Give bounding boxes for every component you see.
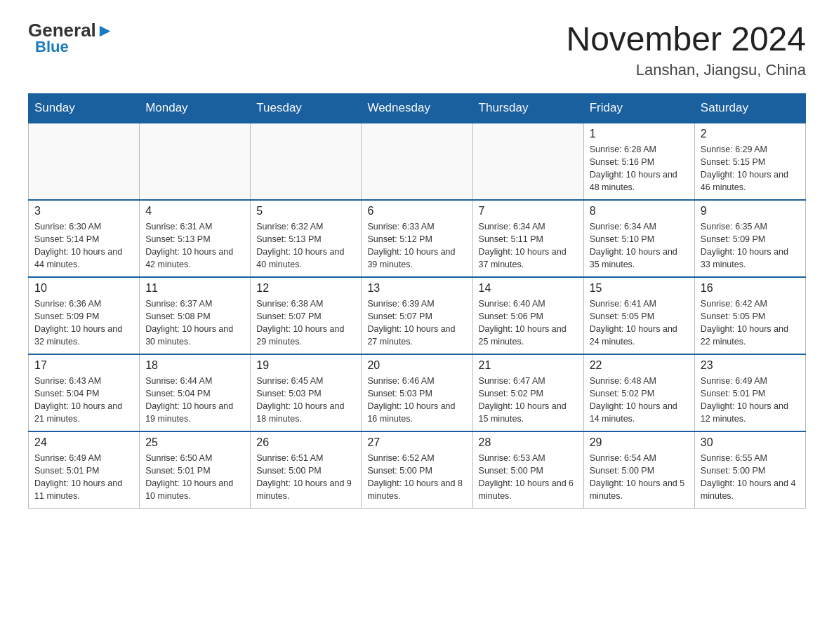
day-number: 14 xyxy=(479,282,578,295)
weekday-header-monday: Monday xyxy=(140,93,251,123)
day-info: Sunrise: 6:46 AM Sunset: 5:03 PM Dayligh… xyxy=(367,375,466,426)
calendar-cell: 28Sunrise: 6:53 AM Sunset: 5:00 PM Dayli… xyxy=(472,431,583,509)
day-number: 26 xyxy=(256,436,355,449)
day-number: 30 xyxy=(701,436,800,449)
day-number: 16 xyxy=(701,282,800,295)
day-number: 1 xyxy=(590,128,689,140)
calendar-cell: 7Sunrise: 6:34 AM Sunset: 5:11 PM Daylig… xyxy=(472,200,583,277)
day-number: 12 xyxy=(256,282,355,295)
day-number: 2 xyxy=(701,128,800,140)
calendar-cell: 26Sunrise: 6:51 AM Sunset: 5:00 PM Dayli… xyxy=(251,431,362,509)
calendar-cell: 12Sunrise: 6:38 AM Sunset: 5:07 PM Dayli… xyxy=(251,277,362,354)
day-number: 25 xyxy=(145,436,244,449)
calendar-cell: 10Sunrise: 6:36 AM Sunset: 5:09 PM Dayli… xyxy=(29,277,140,354)
day-number: 18 xyxy=(145,359,244,372)
calendar-cell xyxy=(362,123,472,200)
logo-general-text: General► xyxy=(28,21,114,39)
logo-blue-text: Blue xyxy=(35,39,69,55)
day-info: Sunrise: 6:35 AM Sunset: 5:09 PM Dayligh… xyxy=(701,220,800,271)
day-info: Sunrise: 6:48 AM Sunset: 5:02 PM Dayligh… xyxy=(590,375,689,426)
calendar-cell: 18Sunrise: 6:44 AM Sunset: 5:04 PM Dayli… xyxy=(140,354,251,431)
calendar-cell: 11Sunrise: 6:37 AM Sunset: 5:08 PM Dayli… xyxy=(140,277,251,354)
day-number: 27 xyxy=(367,436,466,449)
calendar-cell: 2Sunrise: 6:29 AM Sunset: 5:15 PM Daylig… xyxy=(694,123,805,200)
day-info: Sunrise: 6:49 AM Sunset: 5:01 PM Dayligh… xyxy=(34,452,133,503)
weekday-header-row: SundayMondayTuesdayWednesdayThursdayFrid… xyxy=(29,93,806,123)
calendar-cell: 19Sunrise: 6:45 AM Sunset: 5:03 PM Dayli… xyxy=(251,354,362,431)
title-block: November 2024 Lanshan, Jiangsu, China xyxy=(566,21,806,79)
calendar-cell: 5Sunrise: 6:32 AM Sunset: 5:13 PM Daylig… xyxy=(251,200,362,277)
day-info: Sunrise: 6:54 AM Sunset: 5:00 PM Dayligh… xyxy=(590,452,689,503)
calendar-cell xyxy=(472,123,583,200)
day-info: Sunrise: 6:52 AM Sunset: 5:00 PM Dayligh… xyxy=(367,452,466,503)
calendar-cell: 29Sunrise: 6:54 AM Sunset: 5:00 PM Dayli… xyxy=(583,431,694,509)
day-number: 7 xyxy=(479,205,578,217)
calendar-cell: 25Sunrise: 6:50 AM Sunset: 5:01 PM Dayli… xyxy=(140,431,251,509)
day-number: 11 xyxy=(145,282,244,295)
calendar-cell: 15Sunrise: 6:41 AM Sunset: 5:05 PM Dayli… xyxy=(583,277,694,354)
calendar-cell: 23Sunrise: 6:49 AM Sunset: 5:01 PM Dayli… xyxy=(694,354,805,431)
day-info: Sunrise: 6:53 AM Sunset: 5:00 PM Dayligh… xyxy=(479,452,578,503)
calendar-cell: 24Sunrise: 6:49 AM Sunset: 5:01 PM Dayli… xyxy=(29,431,140,509)
calendar-cell: 1Sunrise: 6:28 AM Sunset: 5:16 PM Daylig… xyxy=(583,123,694,200)
calendar-cell: 13Sunrise: 6:39 AM Sunset: 5:07 PM Dayli… xyxy=(362,277,472,354)
day-number: 21 xyxy=(479,359,578,372)
week-row-3: 10Sunrise: 6:36 AM Sunset: 5:09 PM Dayli… xyxy=(29,277,806,354)
day-info: Sunrise: 6:51 AM Sunset: 5:00 PM Dayligh… xyxy=(256,452,355,503)
logo: General► Blue xyxy=(28,21,114,55)
day-info: Sunrise: 6:43 AM Sunset: 5:04 PM Dayligh… xyxy=(34,375,133,426)
calendar-cell: 9Sunrise: 6:35 AM Sunset: 5:09 PM Daylig… xyxy=(694,200,805,277)
week-row-4: 17Sunrise: 6:43 AM Sunset: 5:04 PM Dayli… xyxy=(29,354,806,431)
day-number: 10 xyxy=(34,282,133,295)
day-number: 9 xyxy=(701,205,800,217)
calendar-cell: 4Sunrise: 6:31 AM Sunset: 5:13 PM Daylig… xyxy=(140,200,251,277)
calendar-cell xyxy=(140,123,251,200)
day-info: Sunrise: 6:55 AM Sunset: 5:00 PM Dayligh… xyxy=(701,452,800,503)
day-number: 20 xyxy=(367,359,466,372)
day-info: Sunrise: 6:40 AM Sunset: 5:06 PM Dayligh… xyxy=(479,297,578,349)
calendar-cell: 14Sunrise: 6:40 AM Sunset: 5:06 PM Dayli… xyxy=(472,277,583,354)
calendar-cell: 8Sunrise: 6:34 AM Sunset: 5:10 PM Daylig… xyxy=(583,200,694,277)
calendar-cell: 3Sunrise: 6:30 AM Sunset: 5:14 PM Daylig… xyxy=(29,200,140,277)
day-number: 3 xyxy=(34,205,133,217)
calendar-cell: 30Sunrise: 6:55 AM Sunset: 5:00 PM Dayli… xyxy=(694,431,805,509)
day-number: 23 xyxy=(701,359,800,372)
day-info: Sunrise: 6:42 AM Sunset: 5:05 PM Dayligh… xyxy=(701,297,800,349)
week-row-2: 3Sunrise: 6:30 AM Sunset: 5:14 PM Daylig… xyxy=(29,200,806,277)
day-info: Sunrise: 6:38 AM Sunset: 5:07 PM Dayligh… xyxy=(256,297,355,349)
day-number: 19 xyxy=(256,359,355,372)
day-number: 24 xyxy=(34,436,133,449)
weekday-header-thursday: Thursday xyxy=(472,93,583,123)
day-number: 4 xyxy=(145,205,244,217)
calendar-cell: 27Sunrise: 6:52 AM Sunset: 5:00 PM Dayli… xyxy=(362,431,472,509)
weekday-header-saturday: Saturday xyxy=(694,93,805,123)
day-info: Sunrise: 6:30 AM Sunset: 5:14 PM Dayligh… xyxy=(34,220,133,271)
day-info: Sunrise: 6:50 AM Sunset: 5:01 PM Dayligh… xyxy=(145,452,244,503)
month-year-title: November 2024 xyxy=(566,21,806,58)
day-info: Sunrise: 6:36 AM Sunset: 5:09 PM Dayligh… xyxy=(34,297,133,349)
day-info: Sunrise: 6:34 AM Sunset: 5:10 PM Dayligh… xyxy=(590,220,689,271)
day-info: Sunrise: 6:32 AM Sunset: 5:13 PM Dayligh… xyxy=(256,220,355,271)
calendar-cell xyxy=(251,123,362,200)
day-info: Sunrise: 6:41 AM Sunset: 5:05 PM Dayligh… xyxy=(590,297,689,349)
logo-arrow-icon: ► xyxy=(96,20,114,41)
day-info: Sunrise: 6:47 AM Sunset: 5:02 PM Dayligh… xyxy=(479,375,578,426)
day-info: Sunrise: 6:34 AM Sunset: 5:11 PM Dayligh… xyxy=(479,220,578,271)
week-row-5: 24Sunrise: 6:49 AM Sunset: 5:01 PM Dayli… xyxy=(29,431,806,509)
day-number: 28 xyxy=(479,436,578,449)
day-number: 6 xyxy=(367,205,466,217)
day-info: Sunrise: 6:29 AM Sunset: 5:15 PM Dayligh… xyxy=(701,143,800,194)
day-info: Sunrise: 6:31 AM Sunset: 5:13 PM Dayligh… xyxy=(145,220,244,271)
day-info: Sunrise: 6:28 AM Sunset: 5:16 PM Dayligh… xyxy=(590,143,689,194)
location-subtitle: Lanshan, Jiangsu, China xyxy=(566,61,806,79)
calendar-cell: 16Sunrise: 6:42 AM Sunset: 5:05 PM Dayli… xyxy=(694,277,805,354)
page-header: General► Blue November 2024 Lanshan, Jia… xyxy=(28,21,806,79)
day-info: Sunrise: 6:49 AM Sunset: 5:01 PM Dayligh… xyxy=(701,375,800,426)
day-number: 17 xyxy=(34,359,133,372)
day-info: Sunrise: 6:37 AM Sunset: 5:08 PM Dayligh… xyxy=(145,297,244,349)
day-info: Sunrise: 6:33 AM Sunset: 5:12 PM Dayligh… xyxy=(367,220,466,271)
calendar-table: SundayMondayTuesdayWednesdayThursdayFrid… xyxy=(28,93,806,509)
day-number: 22 xyxy=(590,359,689,372)
weekday-header-friday: Friday xyxy=(583,93,694,123)
day-info: Sunrise: 6:44 AM Sunset: 5:04 PM Dayligh… xyxy=(145,375,244,426)
